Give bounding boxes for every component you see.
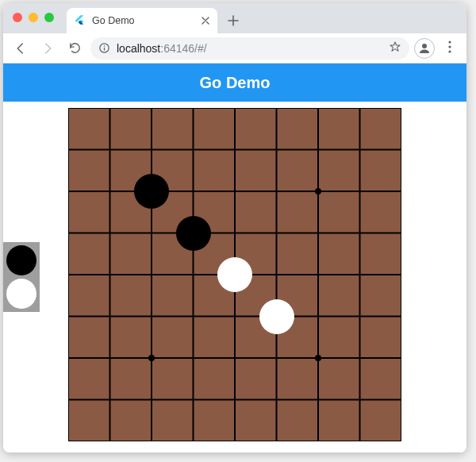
palette-white-stone[interactable] [6,279,36,309]
svg-rect-2 [104,48,105,51]
stone-palette [3,242,40,312]
app-bar: Go Demo [3,64,466,102]
black-stone[interactable] [175,215,210,250]
app-title: Go Demo [200,74,271,92]
browser-menu-icon[interactable] [440,40,460,56]
back-button[interactable] [10,37,32,60]
white-stone[interactable] [217,257,252,292]
palette-black-stone[interactable] [6,245,36,275]
tab-strip: Go Demo [3,3,466,33]
address-bar[interactable]: localhost:64146/#/ [90,37,409,60]
bookmark-star-icon[interactable] [389,40,401,56]
close-window-icon[interactable] [13,13,22,22]
url-host: localhost [117,42,160,55]
close-tab-icon[interactable] [200,15,211,26]
browser-toolbar: localhost:64146/#/ [3,33,466,64]
url-text: localhost:64146/#/ [117,42,382,55]
minimize-window-icon[interactable] [29,13,38,22]
forward-button[interactable] [36,37,59,60]
board-container [68,108,401,446]
svg-point-26 [315,188,321,194]
new-tab-button[interactable] [222,10,244,32]
svg-point-4 [448,40,451,43]
flutter-favicon-icon [73,14,86,27]
black-stone[interactable] [134,174,169,209]
tab-title: Go Demo [92,15,194,26]
window-controls [13,13,54,22]
maximize-window-icon[interactable] [44,13,54,22]
url-path: :64146/#/ [160,42,206,55]
svg-point-1 [104,45,106,47]
browser-tab[interactable]: Go Demo [67,8,217,33]
svg-point-27 [148,355,155,361]
svg-point-28 [315,355,321,361]
game-area [3,102,466,452]
site-info-icon[interactable] [98,42,110,54]
svg-point-5 [448,45,451,48]
page-content: Go Demo [3,64,466,452]
svg-point-3 [422,44,427,48]
reload-button[interactable] [63,37,86,60]
browser-window: Go Demo localhost:64146/#/ [3,3,466,452]
profile-avatar-icon[interactable] [414,38,435,59]
svg-point-6 [448,50,451,52]
go-board[interactable] [68,108,401,441]
white-stone[interactable] [259,298,294,333]
